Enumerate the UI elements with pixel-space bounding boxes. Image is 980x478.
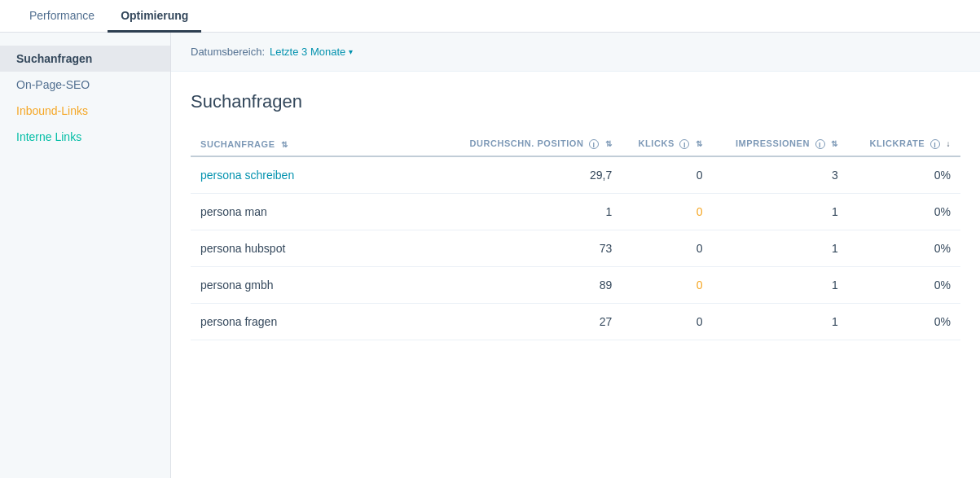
- col-query-label: SUCHANFRAGE: [200, 139, 275, 149]
- info-icon-impressions: i: [815, 139, 825, 149]
- tab-performance[interactable]: Performance: [16, 1, 108, 33]
- cell-impressions-1: 1: [713, 194, 848, 230]
- table-row: persona fragen 27 0 1 0%: [191, 304, 960, 340]
- cell-position-4: 27: [459, 304, 622, 340]
- col-header-impressions: IMPRESSIONEN i ⇅: [713, 132, 848, 156]
- table-row: persona man 1 0 1 0%: [191, 194, 960, 230]
- cell-ctr-1: 0%: [848, 194, 960, 230]
- col-impressions-label: IMPRESSIONEN: [736, 138, 810, 148]
- cell-ctr-2: 0%: [848, 230, 960, 267]
- info-icon-ctr: i: [930, 139, 940, 149]
- suchanfragen-table: SUCHANFRAGE ⇅ DURCHSCHN. POSITION i ⇅ KL…: [191, 132, 960, 340]
- table-section: Suchanfragen SUCHANFRAGE ⇅ DURCHSCHN. PO…: [171, 72, 980, 340]
- cell-clicks-4: 0: [622, 304, 712, 340]
- cell-position-2: 73: [459, 230, 622, 267]
- content-area: Datumsbereich: Letzte 3 Monate ▾ Suchanf…: [171, 33, 980, 478]
- cell-query-2: persona hubspot: [191, 230, 459, 267]
- top-nav: Performance Optimierung: [0, 0, 980, 33]
- cell-ctr-0: 0%: [848, 156, 960, 194]
- col-header-clicks: KLICKS i ⇅: [622, 132, 712, 156]
- sort-icon-query[interactable]: ⇅: [281, 140, 288, 149]
- cell-ctr-3: 0%: [848, 267, 960, 304]
- sort-icon-clicks[interactable]: ⇅: [696, 139, 703, 148]
- cell-position-0: 29,7: [459, 156, 622, 194]
- sidebar-item-suchanfragen[interactable]: Suchanfragen: [0, 46, 170, 72]
- sidebar-item-interne-links[interactable]: Interne Links: [0, 124, 170, 150]
- sidebar-item-inbound-links[interactable]: Inbound-Links: [0, 98, 170, 124]
- tab-optimierung[interactable]: Optimierung: [108, 1, 201, 33]
- cell-impressions-0: 3: [713, 156, 848, 194]
- table-body: persona schreiben 29,7 0 3 0% persona ma…: [191, 156, 960, 340]
- main-layout: Suchanfragen On-Page-SEO Inbound-Links I…: [0, 33, 980, 478]
- col-header-position: DURCHSCHN. POSITION i ⇅: [459, 132, 622, 156]
- cell-impressions-4: 1: [713, 304, 848, 340]
- cell-clicks-2: 0: [622, 230, 712, 267]
- date-bar-label: Datumsbereich:: [191, 46, 265, 58]
- table-row: persona hubspot 73 0 1 0%: [191, 230, 960, 267]
- cell-query-1: persona man: [191, 194, 459, 230]
- col-position-label: DURCHSCHN. POSITION: [469, 138, 583, 148]
- table-row: persona schreiben 29,7 0 3 0%: [191, 156, 960, 194]
- cell-impressions-3: 1: [713, 267, 848, 304]
- date-filter-bar: Datumsbereich: Letzte 3 Monate ▾: [171, 33, 980, 72]
- section-title: Suchanfragen: [191, 91, 960, 112]
- col-header-query: SUCHANFRAGE ⇅: [191, 132, 459, 156]
- cell-query-4: persona fragen: [191, 304, 459, 340]
- sort-icon-impressions[interactable]: ⇅: [831, 139, 838, 148]
- cell-position-3: 89: [459, 267, 622, 304]
- table-row: persona gmbh 89 0 1 0%: [191, 267, 960, 304]
- col-header-ctr: KLICKRATE i ↓: [848, 132, 960, 156]
- cell-clicks-3: 0: [622, 267, 712, 304]
- col-clicks-label: KLICKS: [639, 138, 675, 148]
- cell-query-0[interactable]: persona schreiben: [191, 156, 459, 194]
- col-ctr-label: KLICKRATE: [870, 138, 925, 148]
- sidebar: Suchanfragen On-Page-SEO Inbound-Links I…: [0, 33, 171, 478]
- table-header-row: SUCHANFRAGE ⇅ DURCHSCHN. POSITION i ⇅ KL…: [191, 132, 960, 156]
- cell-clicks-1: 0: [622, 194, 712, 230]
- sort-icon-ctr[interactable]: ↓: [946, 139, 951, 148]
- cell-query-3: persona gmbh: [191, 267, 459, 304]
- cell-position-1: 1: [459, 194, 622, 230]
- cell-impressions-2: 1: [713, 230, 848, 267]
- date-range-selector[interactable]: Letzte 3 Monate ▾: [270, 46, 353, 58]
- cell-ctr-4: 0%: [848, 304, 960, 340]
- sidebar-item-onpage-seo[interactable]: On-Page-SEO: [0, 72, 170, 98]
- sort-icon-position[interactable]: ⇅: [605, 139, 613, 148]
- info-icon-position: i: [589, 139, 599, 149]
- chevron-down-icon: ▾: [349, 47, 353, 56]
- cell-clicks-0: 0: [622, 156, 712, 194]
- date-range-value: Letzte 3 Monate: [270, 46, 345, 58]
- info-icon-clicks: i: [679, 139, 689, 149]
